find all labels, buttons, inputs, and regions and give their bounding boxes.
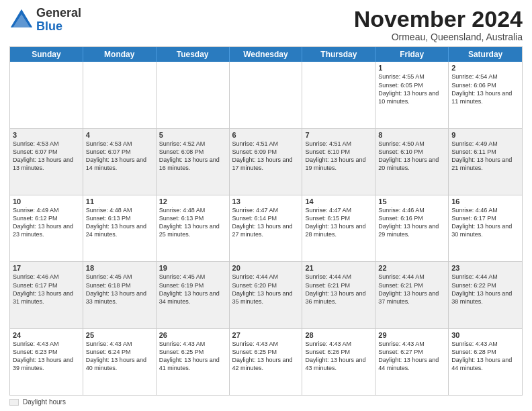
day-number: 27 bbox=[232, 331, 300, 339]
calendar-cell-2-6: 16Sunrise: 4:46 AMSunset: 6:17 PMDayligh… bbox=[449, 195, 522, 261]
calendar-cell-2-2: 12Sunrise: 4:48 AMSunset: 6:13 PMDayligh… bbox=[157, 195, 230, 261]
logo-text: General Blue bbox=[36, 7, 81, 34]
calendar-cell-4-6: 30Sunrise: 4:43 AMSunset: 6:28 PMDayligh… bbox=[449, 329, 522, 395]
day-info: Sunrise: 4:51 AMSunset: 6:10 PMDaylight:… bbox=[305, 140, 372, 173]
calendar-cell-0-0 bbox=[10, 62, 83, 128]
day-info: Sunrise: 4:52 AMSunset: 6:08 PMDaylight:… bbox=[159, 140, 226, 173]
calendar-cell-2-4: 14Sunrise: 4:47 AMSunset: 6:15 PMDayligh… bbox=[302, 195, 375, 261]
calendar-cell-3-5: 22Sunrise: 4:44 AMSunset: 6:21 PMDayligh… bbox=[375, 262, 449, 328]
calendar-cell-1-4: 7Sunrise: 4:51 AMSunset: 6:10 PMDaylight… bbox=[302, 129, 375, 195]
day-number: 20 bbox=[232, 264, 300, 272]
day-number: 28 bbox=[305, 331, 372, 339]
day-number: 7 bbox=[305, 131, 372, 139]
day-number: 13 bbox=[232, 197, 300, 205]
col-saturday: Saturday bbox=[449, 47, 522, 62]
logo-general: General bbox=[36, 6, 81, 19]
title-block: November 2024 Ormeau, Queensland, Austra… bbox=[354, 7, 523, 42]
calendar-body: 1Sunrise: 4:55 AMSunset: 6:05 PMDaylight… bbox=[10, 62, 522, 395]
col-friday: Friday bbox=[375, 47, 449, 62]
day-info: Sunrise: 4:43 AMSunset: 6:25 PMDaylight:… bbox=[159, 340, 226, 373]
day-info: Sunrise: 4:43 AMSunset: 6:27 PMDaylight:… bbox=[378, 340, 445, 373]
calendar-cell-1-5: 8Sunrise: 4:50 AMSunset: 6:10 PMDaylight… bbox=[375, 129, 449, 195]
day-info: Sunrise: 4:44 AMSunset: 6:21 PMDaylight:… bbox=[378, 273, 445, 306]
calendar-cell-0-6: 2Sunrise: 4:54 AMSunset: 6:06 PMDaylight… bbox=[449, 62, 522, 128]
day-info: Sunrise: 4:43 AMSunset: 6:23 PMDaylight:… bbox=[13, 340, 80, 373]
day-info: Sunrise: 4:46 AMSunset: 6:17 PMDaylight:… bbox=[13, 273, 80, 306]
calendar-cell-2-3: 13Sunrise: 4:47 AMSunset: 6:14 PMDayligh… bbox=[230, 195, 303, 261]
day-info: Sunrise: 4:51 AMSunset: 6:09 PMDaylight:… bbox=[232, 140, 300, 173]
day-number: 21 bbox=[305, 264, 372, 272]
calendar-cell-4-0: 24Sunrise: 4:43 AMSunset: 6:23 PMDayligh… bbox=[10, 329, 83, 395]
day-number: 3 bbox=[13, 131, 80, 139]
day-info: Sunrise: 4:54 AMSunset: 6:06 PMDaylight:… bbox=[451, 73, 519, 105]
calendar: Sunday Monday Tuesday Wednesday Thursday… bbox=[9, 46, 523, 396]
day-number: 17 bbox=[13, 264, 80, 272]
calendar-cell-2-1: 11Sunrise: 4:48 AMSunset: 6:13 PMDayligh… bbox=[83, 195, 157, 261]
calendar-cell-4-2: 26Sunrise: 4:43 AMSunset: 6:25 PMDayligh… bbox=[157, 329, 230, 395]
calendar-row-4: 17Sunrise: 4:46 AMSunset: 6:17 PMDayligh… bbox=[10, 262, 522, 328]
day-number: 11 bbox=[86, 197, 153, 205]
calendar-row-5: 24Sunrise: 4:43 AMSunset: 6:23 PMDayligh… bbox=[10, 329, 522, 395]
day-info: Sunrise: 4:43 AMSunset: 6:24 PMDaylight:… bbox=[86, 340, 153, 373]
footer: Daylight hours bbox=[9, 398, 523, 406]
day-number: 30 bbox=[451, 331, 519, 339]
day-number: 1 bbox=[378, 64, 445, 72]
day-info: Sunrise: 4:44 AMSunset: 6:20 PMDaylight:… bbox=[232, 273, 300, 306]
calendar-cell-1-2: 5Sunrise: 4:52 AMSunset: 6:08 PMDaylight… bbox=[157, 129, 230, 195]
col-thursday: Thursday bbox=[302, 47, 375, 62]
day-number: 14 bbox=[305, 197, 372, 205]
calendar-cell-1-6: 9Sunrise: 4:49 AMSunset: 6:11 PMDaylight… bbox=[449, 129, 522, 195]
calendar-cell-1-0: 3Sunrise: 4:53 AMSunset: 6:07 PMDaylight… bbox=[10, 129, 83, 195]
day-number: 29 bbox=[378, 331, 445, 339]
day-number: 18 bbox=[86, 264, 153, 272]
calendar-cell-0-4 bbox=[302, 62, 375, 128]
calendar-cell-3-6: 23Sunrise: 4:44 AMSunset: 6:22 PMDayligh… bbox=[449, 262, 522, 328]
day-number: 15 bbox=[378, 197, 445, 205]
day-info: Sunrise: 4:45 AMSunset: 6:19 PMDaylight:… bbox=[159, 273, 226, 306]
page: General Blue November 2024 Ormeau, Queen… bbox=[0, 0, 532, 411]
calendar-cell-3-4: 21Sunrise: 4:44 AMSunset: 6:21 PMDayligh… bbox=[302, 262, 375, 328]
day-info: Sunrise: 4:48 AMSunset: 6:13 PMDaylight:… bbox=[159, 206, 226, 239]
calendar-cell-1-1: 4Sunrise: 4:53 AMSunset: 6:07 PMDaylight… bbox=[83, 129, 157, 195]
day-info: Sunrise: 4:55 AMSunset: 6:05 PMDaylight:… bbox=[378, 73, 445, 105]
calendar-cell-4-4: 28Sunrise: 4:43 AMSunset: 6:26 PMDayligh… bbox=[302, 329, 375, 395]
calendar-row-1: 1Sunrise: 4:55 AMSunset: 6:05 PMDaylight… bbox=[10, 62, 522, 128]
day-info: Sunrise: 4:45 AMSunset: 6:18 PMDaylight:… bbox=[86, 273, 153, 306]
day-number: 2 bbox=[451, 64, 519, 72]
calendar-cell-0-2 bbox=[157, 62, 230, 128]
day-info: Sunrise: 4:53 AMSunset: 6:07 PMDaylight:… bbox=[86, 140, 153, 173]
day-info: Sunrise: 4:49 AMSunset: 6:11 PMDaylight:… bbox=[451, 140, 519, 173]
day-info: Sunrise: 4:43 AMSunset: 6:25 PMDaylight:… bbox=[232, 340, 300, 373]
logo-blue: Blue bbox=[36, 19, 62, 33]
day-info: Sunrise: 4:43 AMSunset: 6:28 PMDaylight:… bbox=[451, 340, 519, 373]
calendar-cell-1-3: 6Sunrise: 4:51 AMSunset: 6:09 PMDaylight… bbox=[230, 129, 303, 195]
day-info: Sunrise: 4:47 AMSunset: 6:15 PMDaylight:… bbox=[305, 206, 372, 239]
day-number: 22 bbox=[378, 264, 445, 272]
day-info: Sunrise: 4:49 AMSunset: 6:12 PMDaylight:… bbox=[13, 206, 80, 239]
day-info: Sunrise: 4:44 AMSunset: 6:21 PMDaylight:… bbox=[305, 273, 372, 306]
daylight-legend-label: Daylight hours bbox=[23, 398, 66, 406]
calendar-row-3: 10Sunrise: 4:49 AMSunset: 6:12 PMDayligh… bbox=[10, 195, 522, 262]
calendar-header: Sunday Monday Tuesday Wednesday Thursday… bbox=[10, 47, 522, 62]
generalblue-icon bbox=[9, 8, 34, 32]
calendar-cell-0-1 bbox=[83, 62, 157, 128]
daylight-legend-box bbox=[9, 399, 19, 406]
day-number: 8 bbox=[378, 131, 445, 139]
day-number: 12 bbox=[159, 197, 226, 205]
day-number: 6 bbox=[232, 131, 300, 139]
day-info: Sunrise: 4:46 AMSunset: 6:16 PMDaylight:… bbox=[378, 206, 445, 239]
day-number: 10 bbox=[13, 197, 80, 205]
day-info: Sunrise: 4:50 AMSunset: 6:10 PMDaylight:… bbox=[378, 140, 445, 173]
calendar-cell-2-0: 10Sunrise: 4:49 AMSunset: 6:12 PMDayligh… bbox=[10, 195, 83, 261]
calendar-cell-4-1: 25Sunrise: 4:43 AMSunset: 6:24 PMDayligh… bbox=[83, 329, 157, 395]
day-info: Sunrise: 4:43 AMSunset: 6:26 PMDaylight:… bbox=[305, 340, 372, 373]
header: General Blue November 2024 Ormeau, Queen… bbox=[9, 7, 523, 42]
calendar-cell-3-3: 20Sunrise: 4:44 AMSunset: 6:20 PMDayligh… bbox=[230, 262, 303, 328]
calendar-cell-3-0: 17Sunrise: 4:46 AMSunset: 6:17 PMDayligh… bbox=[10, 262, 83, 328]
calendar-cell-3-1: 18Sunrise: 4:45 AMSunset: 6:18 PMDayligh… bbox=[83, 262, 157, 328]
day-number: 16 bbox=[451, 197, 519, 205]
calendar-cell-4-3: 27Sunrise: 4:43 AMSunset: 6:25 PMDayligh… bbox=[230, 329, 303, 395]
day-info: Sunrise: 4:48 AMSunset: 6:13 PMDaylight:… bbox=[86, 206, 153, 239]
calendar-cell-4-5: 29Sunrise: 4:43 AMSunset: 6:27 PMDayligh… bbox=[375, 329, 449, 395]
logo: General Blue bbox=[9, 7, 81, 34]
